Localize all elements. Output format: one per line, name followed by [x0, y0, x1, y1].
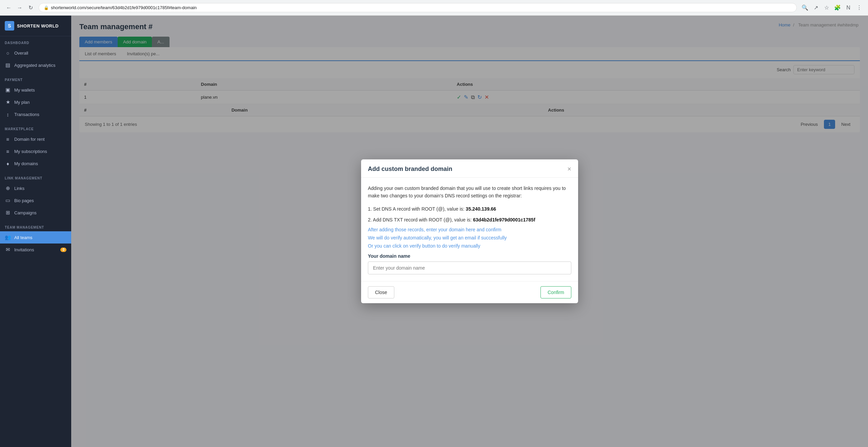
- app-container: S SHORTEN WORLD DASHBOARD ○ Overall ▤ Ag…: [0, 16, 868, 447]
- section-label-marketplace: MARKETPLACE: [0, 127, 71, 133]
- sidebar-label-all-teams: All teams: [14, 235, 32, 240]
- wallet-icon: ▣: [5, 87, 11, 93]
- sidebar-label-wallets: My wallets: [14, 88, 35, 93]
- sidebar-item-bio-pages[interactable]: ▭ Bio pages: [0, 194, 71, 207]
- sidebar-section-dashboard: DASHBOARD ○ Overall ▤ Aggregated analyti…: [0, 36, 71, 73]
- sidebar-label-links: Links: [14, 186, 24, 191]
- sidebar-item-transactions[interactable]: ↕ Transactions: [0, 108, 71, 120]
- domain-name-input[interactable]: [368, 261, 571, 274]
- address-bar[interactable]: 🔒 shortenworld.com/secure/team/63d4b2d1f…: [39, 3, 797, 12]
- modal-header: Add custom branded domain ×: [361, 159, 578, 178]
- extensions-button[interactable]: 🧩: [833, 3, 842, 13]
- forward-button[interactable]: →: [15, 3, 24, 13]
- section-label-link-management: LINK MANAGEMENT: [0, 176, 71, 182]
- add-domain-modal: Add custom branded domain × Adding your …: [361, 159, 578, 304]
- menu-button[interactable]: ⋮: [854, 3, 864, 13]
- sidebar-label-transactions: Transactions: [14, 112, 39, 117]
- close-button[interactable]: Close: [368, 286, 394, 298]
- modal-link-2[interactable]: We will do verify automatically, you wil…: [368, 235, 571, 240]
- profile-button[interactable]: N: [844, 3, 853, 13]
- all-teams-icon: 👥: [5, 234, 11, 240]
- step1-text: 1. Set DNS A record with ROOT (@), value…: [368, 205, 571, 213]
- links-icon: ⊕: [5, 185, 11, 191]
- search-browser-button[interactable]: 🔍: [800, 3, 810, 13]
- sidebar-item-campaigns[interactable]: ⊞ Campaigns: [0, 207, 71, 219]
- modal-link-1[interactable]: After adding those records, enter your d…: [368, 227, 571, 232]
- sidebar-label-domains: My domains: [14, 161, 38, 166]
- sidebar-item-aggregated-analytics[interactable]: ▤ Aggregated analytics: [0, 59, 71, 71]
- url-text: shortenworld.com/secure/team/63d4b2d1fe9…: [51, 5, 197, 10]
- browser-action-buttons: 🔍 ↗ ☆ 🧩 N ⋮: [800, 3, 864, 13]
- sidebar-label-domain-rent: Domain for rent: [14, 137, 45, 142]
- sidebar-label-plan: My plan: [14, 100, 30, 105]
- sidebar-item-links[interactable]: ⊕ Links: [0, 182, 71, 194]
- section-label-dashboard: DASHBOARD: [0, 41, 71, 47]
- confirm-button[interactable]: Confirm: [540, 286, 571, 298]
- main-content: Team management # Home / Team management…: [71, 16, 868, 447]
- subscriptions-icon: ≡: [5, 148, 11, 154]
- modal-footer: Close Confirm: [361, 281, 578, 303]
- sidebar-section-marketplace: MARKETPLACE ≡ Domain for rent ≡ My subsc…: [0, 122, 71, 172]
- domain-name-label: Your domain name: [368, 253, 571, 259]
- reload-button[interactable]: ↻: [26, 3, 35, 13]
- browser-chrome: ← → ↻ 🔒 shortenworld.com/secure/team/63d…: [0, 0, 868, 16]
- sidebar: S SHORTEN WORLD DASHBOARD ○ Overall ▤ Ag…: [0, 16, 71, 447]
- section-label-team-management: TEAM MANAGEMENT: [0, 226, 71, 231]
- sidebar-label-bio-pages: Bio pages: [14, 198, 34, 203]
- bio-pages-icon: ▭: [5, 197, 11, 203]
- modal-title: Add custom branded domain: [368, 166, 452, 173]
- step2-value: 63d4b2d1fe979d0001c1785f: [473, 217, 535, 222]
- step2-text: 2. Add DNS TXT record with ROOT (@), val…: [368, 216, 571, 224]
- sidebar-label-invitations: Invitations: [14, 247, 34, 252]
- bookmark-button[interactable]: ☆: [822, 3, 831, 13]
- sidebar-section-payment: PAYMENT ▣ My wallets ★ My plan ↕ Transac…: [0, 73, 71, 122]
- sidebar-label-campaigns: Campaigns: [14, 210, 37, 215]
- domain-rent-icon: ≡: [5, 136, 11, 142]
- section-label-payment: PAYMENT: [0, 78, 71, 84]
- invitations-badge: 0: [60, 248, 66, 252]
- step1-value: 35.240.139.66: [466, 206, 496, 212]
- transactions-icon: ↕: [5, 111, 11, 117]
- modal-body: Adding your own custom branded domain th…: [361, 178, 578, 281]
- sidebar-item-all-teams[interactable]: 👥 All teams: [0, 231, 71, 244]
- share-button[interactable]: ↗: [811, 3, 821, 13]
- sidebar-item-invitations[interactable]: ✉ Invitations 0: [0, 244, 71, 256]
- nav-buttons[interactable]: ← → ↻: [4, 3, 35, 13]
- sidebar-label-overall: Overall: [14, 51, 28, 56]
- sidebar-section-link-management: LINK MANAGEMENT ⊕ Links ▭ Bio pages ⊞ Ca…: [0, 172, 71, 221]
- my-domains-icon: ♦: [5, 160, 11, 167]
- overall-icon: ○: [5, 50, 11, 56]
- sidebar-item-my-wallets[interactable]: ▣ My wallets: [0, 84, 71, 96]
- sidebar-item-overall[interactable]: ○ Overall: [0, 47, 71, 59]
- sidebar-item-my-domains[interactable]: ♦ My domains: [0, 157, 71, 170]
- lock-icon: 🔒: [44, 5, 49, 10]
- invitations-icon: ✉: [5, 247, 11, 253]
- plan-icon: ★: [5, 99, 11, 105]
- sidebar-item-my-plan[interactable]: ★ My plan: [0, 96, 71, 108]
- sidebar-item-domain-for-rent[interactable]: ≡ Domain for rent: [0, 133, 71, 145]
- logo-text: SHORTEN WORLD: [17, 23, 59, 28]
- campaigns-icon: ⊞: [5, 210, 11, 216]
- analytics-icon: ▤: [5, 62, 11, 68]
- sidebar-item-my-subscriptions[interactable]: ≡ My subscriptions: [0, 145, 71, 157]
- modal-description: Adding your own custom branded domain th…: [368, 184, 571, 200]
- back-button[interactable]: ←: [4, 3, 14, 13]
- modal-close-button[interactable]: ×: [567, 166, 571, 172]
- modal-link-3[interactable]: Or you can click on verify button to do …: [368, 243, 571, 249]
- sidebar-label-subscriptions: My subscriptions: [14, 149, 47, 154]
- sidebar-logo: S SHORTEN WORLD: [0, 16, 71, 36]
- modal-overlay: Add custom branded domain × Adding your …: [71, 16, 868, 447]
- sidebar-label-analytics: Aggregated analytics: [14, 63, 55, 68]
- logo-icon: S: [5, 21, 14, 31]
- sidebar-section-team-management: TEAM MANAGEMENT 👥 All teams ✉ Invitation…: [0, 221, 71, 258]
